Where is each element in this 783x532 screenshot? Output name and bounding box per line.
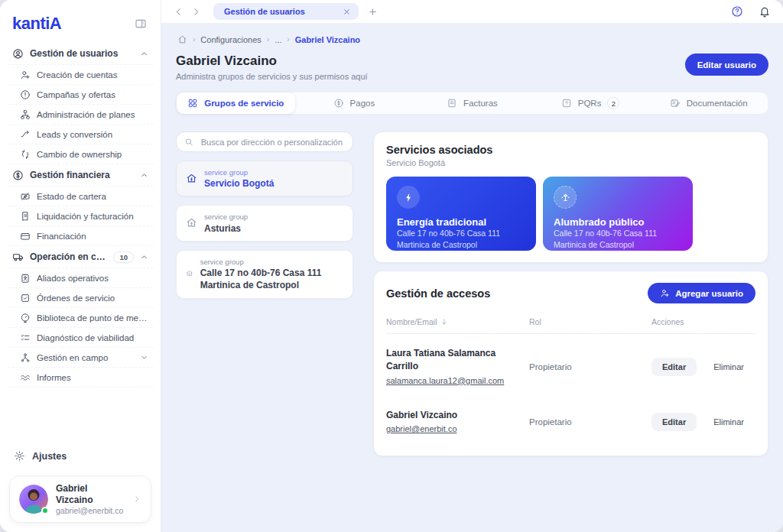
row-user-role: Propietario [529,362,651,371]
tab-grupos-de-servicio[interactable]: Grupos de servicio [177,92,295,114]
service-card-alumbrado-publico[interactable]: Alumbrado público Calle 17 no 40b-76 Cas… [543,177,693,251]
sidebar-item-creacion-de-cuentas[interactable]: Creación de cuentas [8,65,153,85]
tab-pagos[interactable]: Pagos [295,92,414,114]
associated-services-title: Servicios asociados [386,144,755,156]
truck-icon [12,251,24,263]
sidebar-item-cambio-de-ownership[interactable]: Cambio de ownership [8,144,153,164]
service-group-item-calle-17[interactable]: service group Calle 17 no 40b-76 Casa 11… [176,250,353,299]
app-window: kantiA Gestión de usuarios Creación de c… [0,0,783,532]
table-row: Laura Tatiana Salamanca Carrillo salaman… [386,334,755,396]
add-user-button[interactable]: Agregar usuario [648,283,755,303]
cash-icon [20,191,31,202]
breadcrumb: › Configuraciones › ... › Gabriel Vizcai… [176,31,768,44]
search-icon [184,137,193,147]
column-rol: Rol [529,317,651,326]
user-card-name: Gabriel Vizcaino [56,483,125,506]
sidebar-section-gestion-usuarios[interactable]: Gestión de usuarios [8,43,153,65]
page-content: › Configuraciones › ... › Gabriel Vizcai… [161,24,783,532]
sidebar-section-operacion-en-campo[interactable]: Operación en campo 10 [8,246,153,268]
chevron-down-icon [140,353,148,362]
grid-icon [187,98,198,109]
sidebar-section-gestion-financiera[interactable]: Gestión financiera [8,164,153,187]
associated-services-panel: Servicios asociados Servicio Bogotá Ener… [373,131,768,263]
id-badge-icon [20,273,31,284]
gear-icon [14,450,25,462]
close-tab-icon[interactable] [343,8,351,16]
sidebar-item-diagnostico-de-viabilidad[interactable]: Diagnóstico de viabilidad [8,328,153,348]
service-group-list: service group Servicio Bogotá service gr… [176,131,353,299]
receipt-icon [20,211,31,222]
gauge-icon [20,313,31,323]
row-user-email[interactable]: gabriel@enerbit.co [386,424,457,433]
sidebar-nav: Gestión de usuarios Creación de cuentas … [0,41,161,388]
search-box [176,131,353,152]
sidebar: kantiA Gestión de usuarios Creación de c… [0,0,161,532]
service-group-item-servicio-bogota[interactable]: service group Servicio Bogotá [176,161,353,196]
sidebar-collapse-icon[interactable] [133,16,148,31]
home-icon[interactable] [177,34,187,44]
user-plus-icon [660,288,670,298]
sidebar-item-aliados-operativos[interactable]: Aliados operativos [8,268,153,288]
tab-pqrs[interactable]: PQRs 2 [531,92,650,114]
sidebar-item-gestion-en-campo[interactable]: Gestión en campo [8,348,153,368]
service-group-item-asturias[interactable]: service group Asturias [176,205,353,241]
checklist-icon [20,332,31,343]
chevron-right-icon [132,495,141,504]
sidebar-item-ajustes[interactable]: Ajustes [9,444,151,468]
row-user-role: Propietario [529,417,651,427]
chevron-up-icon [140,50,148,58]
coin-icon [333,98,344,109]
service-card-energia-tradicional[interactable]: Energía tradicional Calle 17 no 40b-76 C… [386,177,536,251]
breadcrumb-current: Gabriel Vizcaino [295,35,360,44]
column-nombre-email[interactable]: Nombre/Email [386,317,529,326]
question-box-icon [561,98,572,109]
sidebar-item-administracion-de-planes[interactable]: Administración de planes [8,105,153,125]
sidebar-item-liquidacion-y-facturacion[interactable]: Liquidación y facturación [8,206,153,226]
page-title: Gabriel Vizcaino [176,54,368,69]
tab-documentacion[interactable]: Documentación [649,92,768,114]
sidebar-item-leads-y-conversion[interactable]: Leads y conversión [8,125,153,144]
waves-icon [20,372,31,383]
delete-button[interactable]: Eliminar [709,417,749,427]
edit-button[interactable]: Editar [651,413,697,431]
edit-user-button[interactable]: Editar usuario [685,54,768,76]
home-bolt-icon [186,217,197,229]
delete-button[interactable]: Eliminar [709,362,749,372]
access-management-panel: Gestión de accesos Agregar usuario Nombr… [373,271,768,456]
app-logo: kantiA [12,14,61,34]
tab-facturas[interactable]: Facturas [413,92,531,114]
sidebar-item-ordenes-de-servicio[interactable]: Órdenes de servicio [8,288,153,308]
search-input[interactable] [200,137,345,148]
associated-services-subtitle: Servicio Bogotá [386,158,755,167]
file-icon [447,98,457,109]
sidebar-item-informes[interactable]: Informes [8,368,153,388]
bell-icon[interactable] [757,4,772,19]
breadcrumb-ellipsis[interactable]: ... [275,35,281,44]
sidebar-item-campanas-y-ofertas[interactable]: Campañas y ofertas [8,85,153,105]
street-lamp-icon [554,186,577,209]
sort-descending-icon [440,318,448,326]
swap-icon [20,149,31,160]
user-circle-icon [12,48,24,60]
browser-tab-gestion-usuarios[interactable]: Gestión de usuarios [213,3,359,20]
user-card[interactable]: Gabriel Vizcaino gabriel@enerbit.co [9,475,151,523]
avatar [19,485,48,514]
sidebar-item-financiacion[interactable]: Financiación [8,226,153,246]
home-bolt-icon [186,173,197,184]
breadcrumb-configuraciones[interactable]: Configuraciones [200,35,262,44]
help-icon[interactable] [729,4,745,19]
network-icon [20,352,31,363]
new-tab-icon[interactable] [366,5,379,18]
back-icon[interactable] [172,5,185,18]
edit-button[interactable]: Editar [651,358,697,376]
alert-circle-icon [20,89,31,100]
sidebar-item-biblioteca-punto-de-medida[interactable]: Biblioteca de punto de medida [8,308,153,328]
forward-icon[interactable] [190,5,203,18]
home-bolt-icon [186,268,193,279]
browser-tabstrip: Gestión de usuarios [161,0,783,24]
operacion-badge: 10 [113,251,134,263]
sidebar-item-estado-de-cartera[interactable]: Estado de cartera [8,187,153,206]
row-user-email[interactable]: salamanca.laura12@gmail.com [386,376,504,385]
row-user-name: Laura Tatiana Salamanca Carrillo [386,347,529,373]
route-icon [20,129,31,140]
